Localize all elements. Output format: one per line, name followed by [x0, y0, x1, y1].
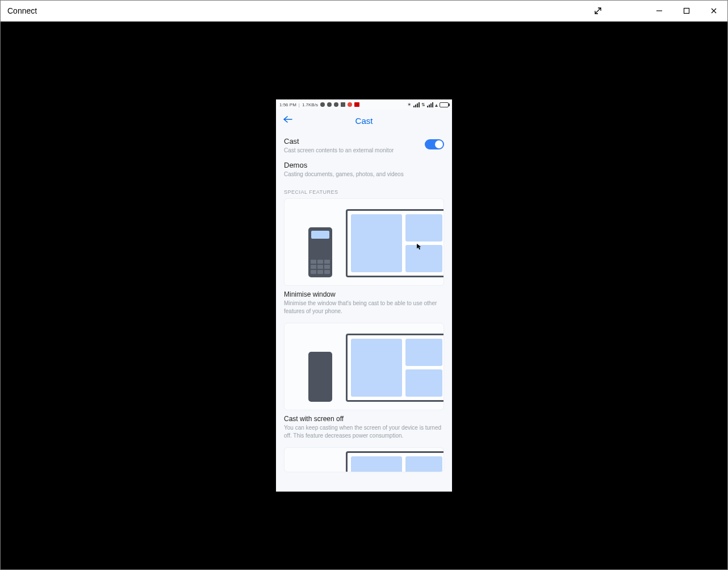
- close-button[interactable]: [700, 1, 727, 21]
- demos-sub: Casting documents, games, photos, and vi…: [284, 170, 444, 178]
- signal2-icon: [427, 102, 433, 107]
- settings-scroll[interactable]: Cast Cast screen contents to an external…: [276, 131, 452, 492]
- cast-sub: Cast screen contents to an external moni…: [284, 147, 425, 154]
- mirror-viewport: 1:56 PM | 1.7KB/s ✶ ⇅ ▴: [1, 22, 727, 569]
- feature-illustration-next: [284, 447, 444, 472]
- window-title: Connect: [1, 6, 37, 15]
- cursor-icon: [416, 243, 421, 250]
- app-bar: Cast: [276, 110, 452, 131]
- demos-label: Demos: [284, 161, 444, 169]
- monitor-graphic-icon: [346, 209, 444, 277]
- phone-mirror[interactable]: 1:56 PM | 1.7KB/s ✶ ⇅ ▴: [276, 99, 452, 492]
- back-button[interactable]: [283, 115, 293, 126]
- status-net: 1.7KB/s: [302, 102, 318, 107]
- screenoff-sub: You can keep casting when the screen of …: [284, 424, 444, 439]
- phone-off-graphic-icon: [308, 352, 332, 402]
- feature-illustration-screenoff: [284, 323, 444, 410]
- monitor-graphic-icon: [346, 334, 444, 402]
- battery-icon: [440, 102, 449, 107]
- mic-icon: [341, 102, 345, 107]
- signal1-icon: [413, 102, 420, 107]
- cast-toggle-row[interactable]: Cast Cast screen contents to an external…: [284, 131, 444, 157]
- minimise-title: Minimise window: [284, 290, 444, 298]
- monitor-graphic-icon: [346, 451, 444, 472]
- demos-row[interactable]: Demos Casting documents, games, photos, …: [284, 157, 444, 181]
- wifi-icon: ▴: [435, 102, 438, 108]
- youtube-icon: [354, 102, 359, 107]
- minimise-sub: Minimise the window that's being cast to…: [284, 299, 444, 315]
- fullscreen-icon[interactable]: [584, 1, 612, 21]
- volte-icon: ⇅: [421, 102, 425, 107]
- screenoff-title: Cast with screen off: [284, 415, 444, 423]
- svg-rect-0: [684, 9, 689, 14]
- bluetooth-icon: ✶: [407, 102, 412, 107]
- alarm-icon: [320, 102, 325, 107]
- feature-illustration-minimise: [284, 198, 444, 286]
- app-window: Connect 1:56 PM | 1.7KB/s: [0, 0, 728, 570]
- whatsapp-icon: [334, 102, 338, 107]
- clock-icon: [327, 102, 332, 107]
- record-icon: [348, 102, 352, 107]
- status-time: 1:56 PM: [279, 102, 296, 107]
- section-header: SPECIAL FEATURES: [284, 189, 444, 195]
- status-bar: 1:56 PM | 1.7KB/s ✶ ⇅ ▴: [276, 99, 452, 110]
- window-controls: [584, 1, 727, 21]
- titlebar: Connect: [1, 1, 727, 22]
- phone-graphic-icon: [308, 227, 332, 277]
- minimize-button[interactable]: [646, 1, 673, 21]
- maximize-button[interactable]: [673, 1, 700, 21]
- page-title: Cast: [355, 116, 373, 126]
- cast-toggle[interactable]: [425, 139, 444, 149]
- cast-label: Cast: [284, 137, 425, 145]
